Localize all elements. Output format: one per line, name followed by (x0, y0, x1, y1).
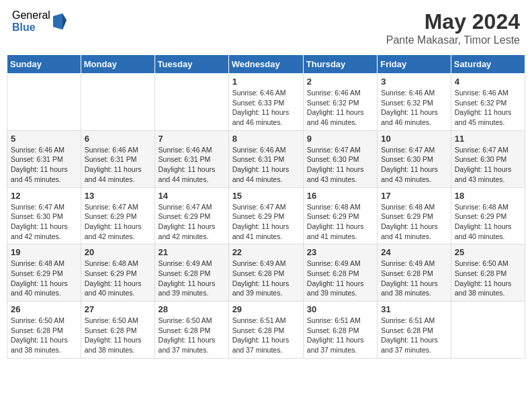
calendar-cell: 25Sunrise: 6:50 AM Sunset: 6:28 PM Dayli… (451, 244, 525, 302)
day-info: Sunrise: 6:49 AM Sunset: 6:28 PM Dayligh… (232, 259, 300, 298)
day-info: Sunrise: 6:47 AM Sunset: 6:30 PM Dayligh… (307, 145, 373, 185)
day-number: 3 (381, 77, 447, 87)
day-number: 31 (381, 304, 447, 314)
day-info: Sunrise: 6:49 AM Sunset: 6:28 PM Dayligh… (159, 259, 225, 298)
day-number: 1 (232, 77, 300, 87)
calendar-cell: 19Sunrise: 6:48 AM Sunset: 6:29 PM Dayli… (7, 244, 81, 302)
calendar-cell: 26Sunrise: 6:50 AM Sunset: 6:28 PM Dayli… (7, 302, 81, 359)
calendar-cell: 15Sunrise: 6:47 AM Sunset: 6:29 PM Dayli… (228, 187, 303, 244)
logo-general: General (12, 9, 50, 21)
calendar-cell: 29Sunrise: 6:51 AM Sunset: 6:28 PM Dayli… (228, 302, 303, 359)
calendar-cell: 6Sunrise: 6:46 AM Sunset: 6:31 PM Daylig… (81, 130, 154, 187)
column-header-sunday: Sunday (7, 55, 81, 74)
day-info: Sunrise: 6:47 AM Sunset: 6:29 PM Dayligh… (85, 202, 151, 242)
column-header-wednesday: Wednesday (228, 55, 303, 74)
column-header-monday: Monday (81, 55, 154, 74)
logo-blue: Blue (12, 21, 50, 34)
day-info: Sunrise: 6:50 AM Sunset: 6:28 PM Dayligh… (85, 316, 151, 355)
day-info: Sunrise: 6:46 AM Sunset: 6:31 PM Dayligh… (159, 145, 225, 185)
calendar-cell: 12Sunrise: 6:47 AM Sunset: 6:30 PM Dayli… (7, 187, 81, 244)
day-number: 20 (85, 247, 151, 257)
calendar-cell (154, 74, 228, 131)
day-number: 21 (159, 247, 225, 257)
day-number: 15 (232, 191, 300, 201)
calendar-cell: 17Sunrise: 6:48 AM Sunset: 6:29 PM Dayli… (378, 187, 451, 244)
day-number: 19 (11, 247, 77, 257)
day-number: 16 (307, 191, 373, 201)
day-info: Sunrise: 6:48 AM Sunset: 6:29 PM Dayligh… (381, 202, 447, 242)
day-info: Sunrise: 6:47 AM Sunset: 6:30 PM Dayligh… (381, 145, 447, 185)
day-info: Sunrise: 6:47 AM Sunset: 6:29 PM Dayligh… (232, 202, 300, 242)
day-info: Sunrise: 6:46 AM Sunset: 6:31 PM Dayligh… (85, 145, 151, 185)
day-info: Sunrise: 6:46 AM Sunset: 6:31 PM Dayligh… (232, 145, 300, 185)
calendar-cell: 31Sunrise: 6:51 AM Sunset: 6:28 PM Dayli… (378, 302, 451, 359)
day-info: Sunrise: 6:51 AM Sunset: 6:28 PM Dayligh… (232, 316, 300, 355)
day-number: 26 (11, 304, 77, 314)
day-info: Sunrise: 6:47 AM Sunset: 6:30 PM Dayligh… (455, 145, 521, 185)
day-info: Sunrise: 6:47 AM Sunset: 6:30 PM Dayligh… (11, 202, 77, 242)
day-number: 4 (455, 77, 521, 87)
day-info: Sunrise: 6:48 AM Sunset: 6:29 PM Dayligh… (307, 202, 373, 242)
day-number: 30 (307, 304, 373, 314)
day-number: 18 (455, 191, 521, 201)
logo: General Blue (12, 9, 66, 33)
svg-marker-1 (62, 13, 66, 30)
calendar-cell: 8Sunrise: 6:46 AM Sunset: 6:31 PM Daylig… (228, 130, 303, 187)
day-info: Sunrise: 6:48 AM Sunset: 6:29 PM Dayligh… (455, 202, 521, 242)
day-number: 23 (307, 247, 373, 257)
calendar-cell (451, 302, 525, 359)
day-info: Sunrise: 6:49 AM Sunset: 6:28 PM Dayligh… (307, 259, 373, 298)
calendar-cell: 9Sunrise: 6:47 AM Sunset: 6:30 PM Daylig… (303, 130, 377, 187)
calendar-cell: 3Sunrise: 6:46 AM Sunset: 6:32 PM Daylig… (378, 74, 451, 131)
day-number: 2 (307, 77, 373, 87)
calendar-cell: 1Sunrise: 6:46 AM Sunset: 6:33 PM Daylig… (228, 74, 303, 131)
day-number: 12 (11, 191, 77, 201)
calendar-cell (81, 74, 154, 131)
day-info: Sunrise: 6:46 AM Sunset: 6:31 PM Dayligh… (11, 145, 77, 185)
day-number: 10 (381, 134, 447, 144)
day-number: 6 (85, 134, 151, 144)
day-number: 29 (232, 304, 300, 314)
column-header-friday: Friday (378, 55, 451, 74)
day-number: 7 (159, 134, 225, 144)
day-info: Sunrise: 6:46 AM Sunset: 6:32 PM Dayligh… (381, 88, 447, 128)
calendar-cell: 21Sunrise: 6:49 AM Sunset: 6:28 PM Dayli… (154, 244, 228, 302)
calendar-cell: 27Sunrise: 6:50 AM Sunset: 6:28 PM Dayli… (81, 302, 154, 359)
calendar-cell: 11Sunrise: 6:47 AM Sunset: 6:30 PM Dayli… (451, 130, 525, 187)
calendar-cell: 20Sunrise: 6:48 AM Sunset: 6:29 PM Dayli… (81, 244, 154, 302)
day-info: Sunrise: 6:46 AM Sunset: 6:32 PM Dayligh… (307, 88, 373, 128)
month-year-title: May 2024 (386, 9, 520, 34)
day-info: Sunrise: 6:48 AM Sunset: 6:29 PM Dayligh… (85, 259, 151, 298)
calendar-week-row: 12Sunrise: 6:47 AM Sunset: 6:30 PM Dayli… (7, 187, 525, 244)
calendar-cell: 7Sunrise: 6:46 AM Sunset: 6:31 PM Daylig… (154, 130, 228, 187)
calendar-cell (7, 74, 81, 131)
calendar-header-row: SundayMondayTuesdayWednesdayThursdayFrid… (7, 55, 525, 74)
calendar-table: SundayMondayTuesdayWednesdayThursdayFrid… (7, 54, 525, 359)
day-number: 11 (455, 134, 521, 144)
day-number: 13 (85, 191, 151, 201)
column-header-thursday: Thursday (303, 55, 377, 74)
calendar-cell: 13Sunrise: 6:47 AM Sunset: 6:29 PM Dayli… (81, 187, 154, 244)
logo-icon (53, 13, 66, 30)
calendar-cell: 28Sunrise: 6:50 AM Sunset: 6:28 PM Dayli… (154, 302, 228, 359)
day-info: Sunrise: 6:46 AM Sunset: 6:32 PM Dayligh… (455, 88, 521, 128)
day-info: Sunrise: 6:46 AM Sunset: 6:33 PM Dayligh… (232, 88, 300, 128)
column-header-saturday: Saturday (451, 55, 525, 74)
calendar-cell: 30Sunrise: 6:51 AM Sunset: 6:28 PM Dayli… (303, 302, 377, 359)
title-section: May 2024 Pante Makasar, Timor Leste (386, 9, 520, 46)
calendar-cell: 2Sunrise: 6:46 AM Sunset: 6:32 PM Daylig… (303, 74, 377, 131)
location-subtitle: Pante Makasar, Timor Leste (386, 34, 520, 46)
day-info: Sunrise: 6:47 AM Sunset: 6:29 PM Dayligh… (159, 202, 225, 242)
calendar-week-row: 1Sunrise: 6:46 AM Sunset: 6:33 PM Daylig… (7, 74, 525, 131)
calendar-week-row: 5Sunrise: 6:46 AM Sunset: 6:31 PM Daylig… (7, 130, 525, 187)
column-header-tuesday: Tuesday (154, 55, 228, 74)
day-number: 25 (455, 247, 521, 257)
day-number: 27 (85, 304, 151, 314)
calendar-cell: 18Sunrise: 6:48 AM Sunset: 6:29 PM Dayli… (451, 187, 525, 244)
day-info: Sunrise: 6:51 AM Sunset: 6:28 PM Dayligh… (381, 316, 447, 355)
day-info: Sunrise: 6:50 AM Sunset: 6:28 PM Dayligh… (11, 316, 77, 355)
day-info: Sunrise: 6:50 AM Sunset: 6:28 PM Dayligh… (455, 259, 521, 298)
calendar-cell: 4Sunrise: 6:46 AM Sunset: 6:32 PM Daylig… (451, 74, 525, 131)
day-info: Sunrise: 6:48 AM Sunset: 6:29 PM Dayligh… (11, 259, 77, 298)
day-info: Sunrise: 6:51 AM Sunset: 6:28 PM Dayligh… (307, 316, 373, 355)
